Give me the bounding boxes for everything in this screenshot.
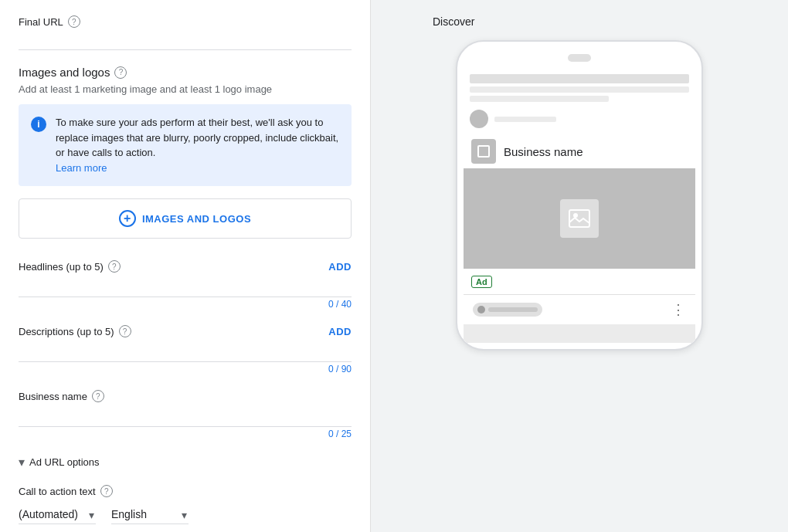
bottom-pill — [473, 303, 542, 317]
headlines-label-row: Headlines (up to 5) ? — [19, 260, 121, 273]
phone-line-2 — [470, 96, 609, 102]
phone-mockup: Business name Ad — [456, 40, 703, 351]
language-dropdown[interactable]: English Spanish French — [111, 505, 189, 524]
ad-url-options-section: ▾ Ad URL options — [19, 455, 352, 469]
headlines-section: Headlines (up to 5) ? ADD 0 / 40 — [19, 260, 352, 310]
call-to-action-label-row: Call to action text ? — [19, 485, 352, 497]
descriptions-add-button[interactable]: ADD — [328, 326, 352, 337]
final-url-field: Final URL ? — [19, 15, 352, 50]
business-name-input-line — [19, 405, 352, 427]
images-logos-title: Images and logos — [19, 66, 110, 79]
ad-url-options-toggle[interactable]: ▾ Ad URL options — [19, 455, 352, 469]
phone-bottom-area: ⋮ — [464, 294, 695, 324]
phone-content: Business name Ad — [464, 69, 695, 343]
info-box: i To make sure your ads perform at their… — [19, 104, 352, 186]
images-logos-subtitle: Add at least 1 marketing image and at le… — [19, 83, 352, 95]
left-panel: Final URL ? Images and logos ? Add at le… — [0, 0, 371, 532]
automated-dropdown[interactable]: (Automated) Custom — [19, 505, 96, 524]
descriptions-label: Descriptions (up to 5) — [19, 326, 114, 337]
avatar-row — [464, 105, 695, 133]
call-to-action-section: Call to action text ? (Automated) Custom… — [19, 485, 352, 524]
descriptions-section: Descriptions (up to 5) ? ADD 0 / 90 — [19, 325, 352, 374]
svg-point-1 — [573, 213, 578, 218]
phone-top-bar — [470, 74, 689, 83]
business-name-label-row: Business name ? — [19, 390, 104, 402]
learn-more-link[interactable]: Learn more — [56, 162, 107, 174]
final-url-label: Final URL — [19, 16, 63, 28]
final-url-help-icon[interactable]: ? — [68, 15, 80, 28]
call-to-action-label: Call to action text — [19, 486, 96, 497]
right-panel: Discover Business name — [371, 0, 788, 532]
descriptions-help-icon[interactable]: ? — [119, 325, 131, 337]
automated-dropdown-wrapper: (Automated) Custom ▾ — [19, 505, 96, 524]
call-to-action-help-icon[interactable]: ? — [100, 485, 113, 497]
descriptions-input-line — [19, 341, 352, 362]
headlines-help-icon[interactable]: ? — [108, 260, 121, 273]
ad-url-options-label: Ad URL options — [29, 456, 100, 468]
headlines-add-button[interactable]: ADD — [328, 261, 352, 273]
phone-line-1 — [470, 86, 689, 93]
business-name-header: Business name ? — [19, 390, 352, 402]
info-text: To make sure your ads perform at their b… — [56, 115, 339, 175]
bottom-pill-dot — [477, 306, 485, 313]
final-url-label-row: Final URL ? — [19, 15, 352, 28]
add-images-button[interactable]: + IMAGES AND LOGOS — [19, 198, 352, 239]
headlines-header: Headlines (up to 5) ? ADD — [19, 260, 352, 273]
headlines-label: Headlines (up to 5) — [19, 261, 104, 273]
business-name-help-icon[interactable]: ? — [92, 390, 104, 402]
phone-footer-strip — [464, 324, 695, 343]
business-icon-box — [471, 139, 496, 164]
info-main-text: To make sure your ads perform at their b… — [56, 117, 338, 158]
svg-rect-0 — [569, 210, 589, 227]
bottom-pill-line — [488, 307, 538, 312]
avatar — [470, 110, 488, 128]
add-images-label: IMAGES AND LOGOS — [142, 213, 251, 225]
images-logos-title-row: Images and logos ? — [19, 66, 352, 79]
ad-badge: Ad — [471, 276, 492, 288]
business-name-label: Business name — [19, 391, 87, 402]
phone-notch — [568, 54, 591, 62]
chevron-down-icon: ▾ — [19, 455, 25, 469]
headlines-char-count: 0 / 40 — [19, 299, 352, 310]
language-dropdown-wrapper: English Spanish French ▾ — [111, 505, 189, 524]
image-icon — [569, 209, 590, 228]
three-dots-icon[interactable]: ⋮ — [671, 301, 686, 318]
info-icon: i — [31, 117, 46, 132]
plus-circle-icon: + — [119, 210, 136, 227]
images-logos-help-icon[interactable]: ? — [114, 66, 127, 79]
business-name-preview: Business name — [504, 145, 583, 158]
descriptions-label-row: Descriptions (up to 5) ? — [19, 325, 131, 337]
avatar-name-line — [494, 117, 556, 122]
descriptions-header: Descriptions (up to 5) ? ADD — [19, 325, 352, 337]
business-icon — [477, 145, 490, 158]
headlines-input-line — [19, 276, 352, 297]
descriptions-char-count: 0 / 90 — [19, 364, 352, 374]
dropdowns-row: (Automated) Custom ▾ English Spanish Fre… — [19, 505, 352, 524]
business-name-char-count: 0 / 25 — [19, 429, 352, 439]
images-logos-section: Images and logos ? Add at least 1 market… — [19, 66, 352, 239]
image-placeholder — [464, 168, 695, 269]
business-name-row-preview: Business name — [464, 133, 695, 168]
business-name-section: Business name ? 0 / 25 — [19, 390, 352, 439]
final-url-input[interactable] — [19, 31, 352, 50]
discover-label: Discover — [433, 15, 474, 28]
image-placeholder-icon — [560, 199, 599, 238]
avatar-text — [494, 117, 689, 122]
ad-badge-row: Ad — [464, 269, 695, 294]
